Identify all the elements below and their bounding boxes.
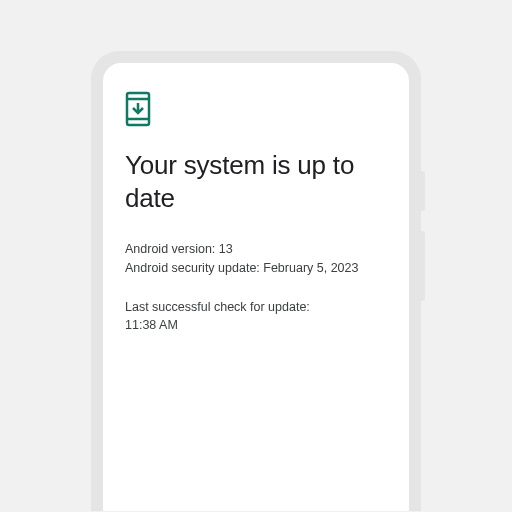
security-update-line: Android security update: February 5, 202…: [125, 259, 387, 278]
system-update-icon: [125, 91, 387, 131]
android-version-line: Android version: 13: [125, 240, 387, 259]
last-check-block: Last successful check for update: 11:38 …: [125, 298, 387, 336]
phone-side-buttons: [421, 171, 425, 321]
page-title: Your system is up to date: [125, 149, 387, 214]
power-button: [421, 171, 425, 211]
version-info-block: Android version: 13 Android security upd…: [125, 240, 387, 278]
screen: Your system is up to date Android versio…: [103, 63, 409, 511]
volume-button: [421, 231, 425, 301]
phone-frame: Your system is up to date Android versio…: [91, 51, 421, 511]
last-check-time: 11:38 AM: [125, 316, 387, 335]
last-check-label: Last successful check for update:: [125, 298, 387, 317]
